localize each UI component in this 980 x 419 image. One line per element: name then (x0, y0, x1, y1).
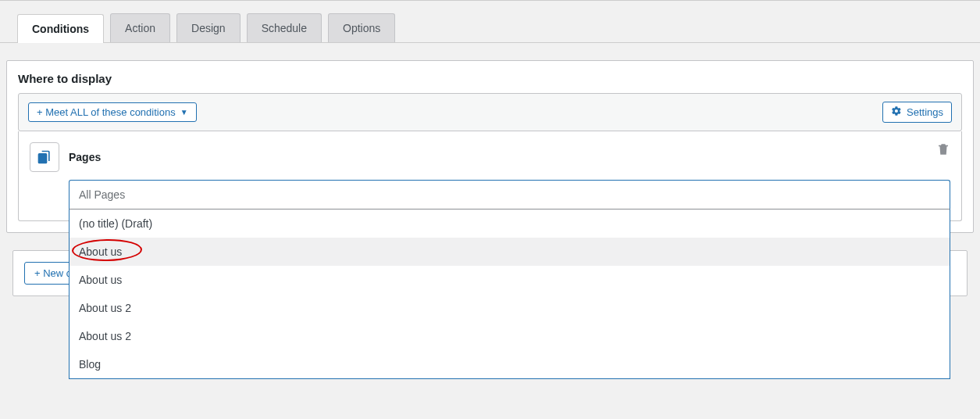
pages-dropdown[interactable]: (no title) (Draft) About us About us Abo… (69, 210, 950, 379)
meet-all-label: + Meet ALL of these conditions (37, 106, 176, 118)
conditions-panel: Where to display + Meet ALL of these con… (6, 60, 974, 233)
pages-icon (30, 142, 59, 172)
list-item[interactable]: About us (69, 266, 950, 294)
delete-condition-button[interactable] (936, 142, 950, 159)
tab-design[interactable]: Design (176, 13, 241, 42)
chevron-down-icon: ▼ (180, 108, 188, 116)
tab-action[interactable]: Action (110, 13, 170, 42)
settings-label: Settings (907, 106, 943, 118)
gear-icon (891, 106, 902, 119)
list-item[interactable]: About us (69, 238, 950, 266)
pages-select[interactable]: All Pages (69, 180, 950, 210)
tab-schedule[interactable]: Schedule (247, 13, 322, 42)
panel-title: Where to display (7, 61, 973, 93)
list-item-label: About us (79, 245, 122, 258)
list-item[interactable]: Blog (69, 350, 950, 378)
condition-type-label: Pages (69, 151, 101, 163)
list-item[interactable]: About us 2 (69, 294, 950, 322)
meet-all-dropdown[interactable]: + Meet ALL of these conditions ▼ (28, 102, 197, 122)
condition-card: Pages All Pages (no title) (Draft) About… (18, 131, 962, 221)
trash-icon (936, 147, 950, 159)
tab-bar: Conditions Action Design Schedule Option… (0, 1, 980, 43)
condition-toolbar: + Meet ALL of these conditions ▼ Setting… (18, 93, 962, 131)
tab-conditions[interactable]: Conditions (17, 14, 104, 43)
list-item[interactable]: (no title) (Draft) (69, 210, 950, 238)
tab-options[interactable]: Options (328, 13, 395, 42)
list-item[interactable]: About us 2 (69, 322, 950, 350)
settings-button[interactable]: Settings (882, 102, 952, 123)
